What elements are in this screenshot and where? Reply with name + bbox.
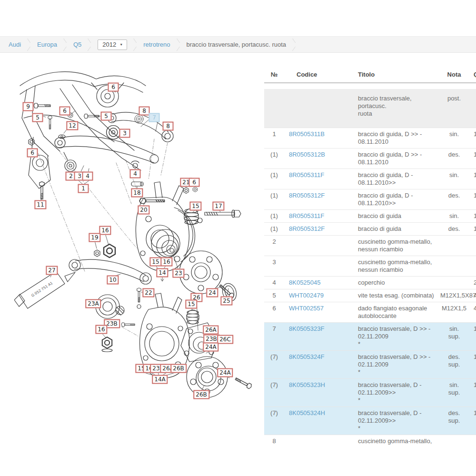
title-line: braccio trasversale, portacusc.: [358, 95, 440, 110]
callout-24[interactable]: 24: [206, 288, 218, 298]
table-row: (7)8K0505324Fbraccio trasversale, D >> -…: [264, 351, 476, 379]
cell-num: (1): [264, 225, 284, 233]
callout-7[interactable]: 7: [149, 113, 160, 122]
part-code-link[interactable]: 8K0525045: [289, 279, 321, 286]
title-line: braccio trasversale, D -: [358, 381, 440, 389]
table-row: 2cuscinetto gomma-metallo,nessun ricambi…: [264, 236, 476, 256]
nota-line: post.: [440, 95, 468, 102]
cell-nota: post.: [440, 95, 468, 118]
cell-code: 8R0505311F: [284, 212, 355, 220]
callout-5[interactable]: 5: [101, 112, 112, 121]
year-select[interactable]: 2012▼: [98, 40, 127, 50]
part-code-link[interactable]: 8R0505312F: [289, 192, 325, 199]
part-code-link[interactable]: 8K0505324F: [289, 353, 324, 360]
nota-line: M12X1,5X87: [440, 292, 468, 299]
cell-title: coperchio: [355, 279, 440, 287]
part-code-link[interactable]: 8R0505311B: [289, 130, 325, 138]
cell-title: braccio trasversale, D -02.11.2009>>*: [355, 409, 440, 432]
part-code-link[interactable]: WHT002557: [289, 305, 324, 312]
callout-26B[interactable]: 26B: [170, 364, 187, 373]
nota-line: sin.: [440, 325, 468, 333]
callout-10[interactable]: 10: [107, 276, 119, 285]
cell-title: cuscinetto gomma-metallo,nessun ricambio: [355, 258, 440, 274]
callout-20[interactable]: 20: [138, 206, 149, 215]
cell-code: 8K0505324F: [284, 353, 355, 376]
title-line: braccio trasversale, D -: [358, 409, 440, 417]
callout-6[interactable]: 6: [189, 178, 200, 187]
callout-26A[interactable]: 26A: [203, 326, 218, 335]
callout-4[interactable]: 4: [82, 172, 93, 181]
callout-23A[interactable]: 23A: [85, 299, 101, 308]
part-code-link[interactable]: 8R0505312B: [289, 151, 325, 158]
callout-6[interactable]: 6: [60, 107, 70, 116]
callout-8[interactable]: 8: [163, 122, 174, 131]
table-row: (7)8K0505324Hbraccio trasversale, D -02.…: [264, 407, 476, 435]
callout-27[interactable]: 27: [46, 266, 58, 275]
nota-line: des.: [440, 225, 468, 233]
callout-5[interactable]: 5: [32, 113, 43, 122]
breadcrumb-item-audi[interactable]: Audi: [9, 41, 21, 48]
title-line: 08.11.2010>>: [358, 179, 440, 187]
callout-8[interactable]: 8: [139, 107, 150, 116]
callout-22[interactable]: 22: [142, 288, 154, 298]
callout-6[interactable]: 6: [108, 83, 119, 92]
cell-nota: sin.: [440, 212, 468, 220]
callout-19[interactable]: 19: [89, 233, 100, 242]
callout-24A[interactable]: 24A: [217, 368, 233, 377]
callout-3[interactable]: 3: [119, 129, 130, 138]
cell-title: braccio di guida, D >> -08.11.2010: [355, 130, 440, 146]
title-line: cuscinetto gomma-metallo,: [358, 437, 440, 445]
callout-6[interactable]: 6: [27, 149, 38, 158]
cell-nota: sin.: [440, 130, 468, 146]
callout-26B[interactable]: 26B: [193, 390, 209, 399]
cell-nota: M12X1,5X87: [440, 292, 468, 299]
callout-4[interactable]: 4: [130, 169, 141, 178]
cell-qty: 1: [468, 381, 476, 404]
cell-num: 2: [264, 238, 284, 253]
part-code-link[interactable]: 8K0505324H: [289, 409, 325, 416]
part-code-link[interactable]: 8R0505311F: [289, 171, 324, 178]
callout-9[interactable]: 9: [23, 102, 34, 111]
breadcrumb-separator-icon: [131, 37, 139, 53]
cell-num: (7): [264, 409, 284, 432]
callout-25[interactable]: 25: [220, 297, 232, 306]
title-line: ruota: [358, 110, 440, 118]
callout-24A[interactable]: 24A: [203, 343, 218, 352]
cell-nota: des.: [440, 225, 468, 233]
table-row: (7)8K0505323Hbraccio trasversale, D -02.…: [264, 379, 476, 407]
part-code-link[interactable]: WHT002479: [289, 292, 324, 299]
part-code-link[interactable]: 8K0505323F: [289, 325, 324, 332]
table-row: 78K0505323Fbraccio trasversale, D >> -02…: [264, 323, 476, 351]
breadcrumb-item-retrotreno[interactable]: retrotreno: [143, 41, 170, 48]
callout-15[interactable]: 15: [189, 202, 201, 211]
breadcrumb-item-q5[interactable]: Q5: [73, 41, 81, 48]
callout-14A[interactable]: 14A: [152, 375, 168, 384]
cell-title: vite testa esag. (combinata): [355, 292, 440, 299]
cell-nota: des.: [440, 151, 468, 166]
callout-15[interactable]: 15: [185, 300, 197, 309]
callout-16[interactable]: 16: [160, 258, 172, 267]
callout-15[interactable]: 15: [149, 258, 161, 267]
callout-11[interactable]: 11: [34, 200, 46, 209]
callout-17[interactable]: 17: [212, 202, 224, 211]
callout-14[interactable]: 14: [156, 268, 168, 278]
callout-16[interactable]: 16: [95, 325, 107, 334]
cell-code: [284, 238, 355, 253]
callout-23[interactable]: 23: [172, 269, 184, 278]
nota-line: sin.: [440, 130, 468, 138]
breadcrumb-item-europa[interactable]: Europa: [37, 41, 57, 48]
part-code-link[interactable]: 8R0505312F: [289, 225, 325, 232]
callout-1[interactable]: 1: [78, 184, 89, 193]
callout-18[interactable]: 18: [131, 188, 143, 198]
title-line: braccio di guida: [358, 225, 440, 233]
table-row: braccio trasversale, portacusc.ruotapost…: [264, 89, 476, 128]
callout-26C[interactable]: 26C: [217, 335, 233, 344]
title-line: braccio di guida, D >> -: [358, 151, 440, 159]
cell-title: braccio trasversale, D >> -02.11.2009*: [355, 353, 440, 376]
cell-code: WHT002557: [284, 305, 355, 320]
callout-16[interactable]: 16: [99, 226, 111, 235]
callout-12[interactable]: 12: [66, 121, 78, 130]
cell-qty: 1: [468, 353, 476, 376]
part-code-link[interactable]: 8R0505311F: [289, 212, 324, 219]
part-code-link[interactable]: 8K0505323H: [289, 381, 325, 388]
